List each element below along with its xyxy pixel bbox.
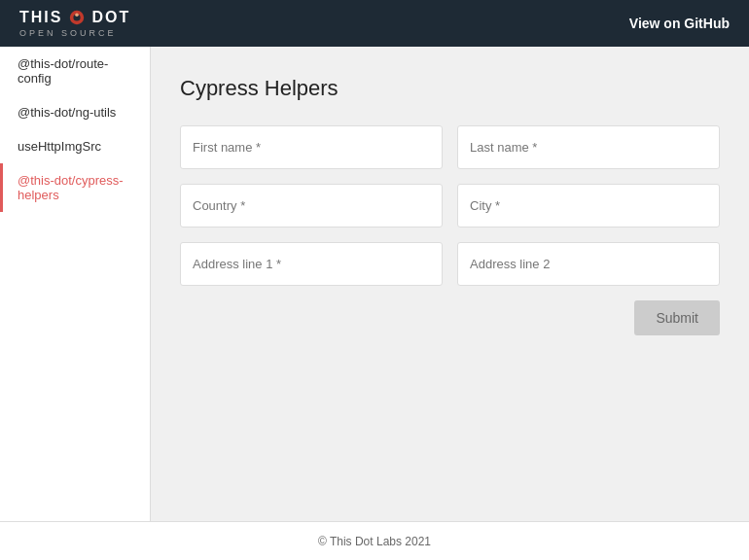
main-layout: @this-dot/route-config @this-dot/ng-util…: [0, 47, 749, 521]
sidebar-item-route-config[interactable]: @this-dot/route-config: [0, 47, 150, 95]
last-name-input[interactable]: [457, 125, 720, 169]
app-header: THIS DOT OPEN SOURCE View on GitHub: [0, 0, 749, 47]
logo-top: THIS DOT: [19, 9, 130, 26]
submit-button[interactable]: Submit: [634, 300, 720, 335]
address-line2-input[interactable]: [457, 242, 720, 286]
sidebar-item-ng-utils[interactable]: @this-dot/ng-utils: [0, 95, 150, 129]
dot-icon: [68, 9, 86, 26]
logo-text-dot: DOT: [91, 9, 130, 26]
svg-point-2: [76, 14, 80, 18]
country-input[interactable]: [180, 184, 443, 228]
content-area: Cypress Helpers Submit: [151, 47, 749, 521]
app-footer: © This Dot Labs 2021: [0, 521, 749, 560]
page-title: Cypress Helpers: [180, 76, 720, 101]
github-link[interactable]: View on GitHub: [629, 16, 730, 31]
form-row-address: [180, 242, 720, 286]
city-input[interactable]: [457, 184, 720, 228]
footer-text: © This Dot Labs 2021: [318, 535, 431, 548]
sidebar-item-use-http-img-src[interactable]: useHttpImgSrc: [0, 129, 150, 163]
sidebar: @this-dot/route-config @this-dot/ng-util…: [0, 47, 151, 521]
first-name-input[interactable]: [180, 125, 443, 169]
logo-subtitle: OPEN SOURCE: [19, 28, 117, 38]
form-row-location: [180, 184, 720, 228]
logo-text-this: THIS: [19, 9, 62, 26]
submit-row: Submit: [180, 300, 720, 335]
address-line1-input[interactable]: [180, 242, 443, 286]
sidebar-item-cypress-helpers[interactable]: @this-dot/cypress-helpers: [0, 163, 150, 212]
form-row-name: [180, 125, 720, 169]
logo: THIS DOT OPEN SOURCE: [19, 9, 130, 38]
